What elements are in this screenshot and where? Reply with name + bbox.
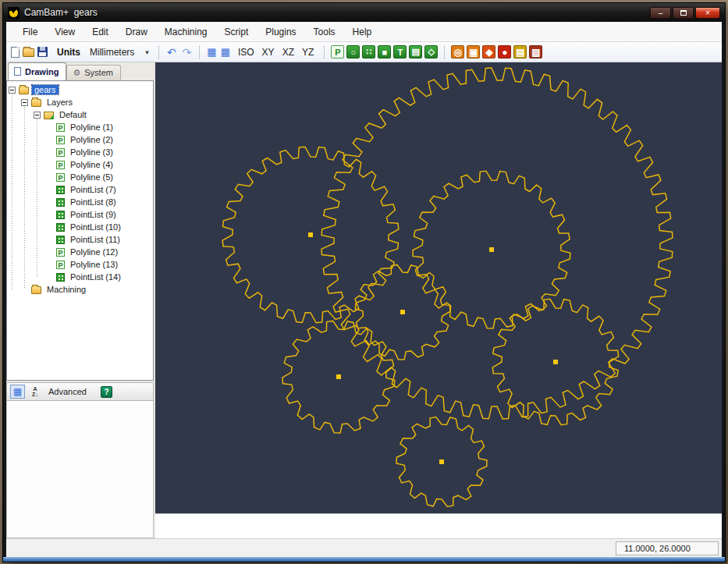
window-controls: – × (650, 7, 720, 19)
tree-row[interactable]: Layers (7, 96, 153, 108)
tree-item-label[interactable]: gears (32, 85, 59, 94)
help-button[interactable]: ? (101, 386, 112, 398)
menu-item-draw[interactable]: Draw (117, 23, 156, 41)
menu-item-view[interactable]: View (46, 23, 83, 41)
tree-item-label[interactable]: Polyline (3) (68, 147, 115, 157)
status-bar: 11.0000, 26.0000 (6, 538, 722, 557)
gear-center-point[interactable] (553, 360, 558, 364)
tree-row[interactable]: PointList (10) (7, 221, 153, 233)
tree-row[interactable]: PointList (7) (7, 183, 153, 196)
pointlist-tool-icon[interactable]: ∷ (362, 45, 375, 59)
draw-tool-group: P○∷■T▤◇ (331, 45, 438, 59)
grid-snap-icon[interactable]: ▦ (206, 46, 217, 58)
drill-op-icon[interactable]: ● (498, 45, 511, 59)
view-button-xz[interactable]: XZ (279, 44, 298, 60)
tree-item-label[interactable]: PointList (11) (68, 235, 123, 244)
tree-collapse-icon[interactable] (9, 87, 16, 94)
tree-row[interactable]: Polyline (12) (7, 246, 153, 258)
tree-row[interactable]: PointList (8) (7, 196, 153, 208)
tree-row[interactable]: Polyline (1) (7, 121, 153, 133)
open-file-icon[interactable] (23, 48, 34, 57)
tab-drawing[interactable]: Drawing (8, 62, 66, 80)
menu-item-machining[interactable]: Machining (156, 23, 216, 41)
menu-item-file[interactable]: File (14, 23, 46, 41)
rect-tool-icon[interactable]: ■ (378, 45, 391, 59)
menu-item-help[interactable]: Help (344, 23, 381, 41)
window-bottom-edge (3, 557, 725, 562)
lathe-op-icon[interactable]: ▤ (513, 45, 527, 59)
tab-system[interactable]: ⚙ System (66, 65, 121, 80)
gear-center-point[interactable] (439, 459, 444, 464)
view-button-group: ISOXYXZYZ (234, 44, 318, 60)
pointlist-icon (56, 223, 65, 232)
gear-center-point[interactable] (336, 374, 341, 379)
engrave-op-icon[interactable]: ◆ (482, 45, 495, 59)
tree-row[interactable]: gears (7, 83, 153, 96)
new-file-icon[interactable] (11, 47, 20, 58)
categorized-view-icon[interactable]: ▦ (10, 385, 25, 399)
tree-item-label[interactable]: Polyline (1) (68, 122, 115, 132)
gear-center-point[interactable] (489, 247, 494, 252)
gear-center-point[interactable] (400, 310, 405, 314)
undo-button[interactable]: ↶ (165, 46, 178, 59)
tree-item-label[interactable]: Polyline (4) (68, 160, 115, 169)
advanced-button[interactable]: Advanced (48, 387, 87, 396)
tree-collapse-icon[interactable] (34, 112, 41, 119)
tree-row[interactable]: PointList (11) (7, 233, 153, 246)
menu-item-script[interactable]: Script (216, 23, 257, 41)
tree-row[interactable]: Polyline (5) (7, 171, 153, 183)
profile-op-icon[interactable]: ◎ (451, 45, 464, 59)
tree-item-label[interactable]: Machining (44, 285, 88, 294)
text-tool-icon[interactable]: T (393, 45, 407, 59)
tree-collapse-icon[interactable] (21, 99, 28, 106)
circle-tool-icon[interactable]: ○ (346, 45, 360, 59)
drawing-canvas[interactable] (155, 62, 722, 513)
tree-item-label[interactable]: Polyline (2) (68, 135, 115, 144)
menu-item-plugins[interactable]: Plugins (257, 23, 304, 41)
tree-item-label[interactable]: PointList (9) (68, 210, 119, 219)
pocket-op-icon[interactable]: ▣ (467, 45, 480, 59)
view-button-yz[interactable]: YZ (298, 44, 318, 60)
tree-item-label[interactable]: PointList (10) (68, 222, 123, 232)
tree-row[interactable]: PointList (9) (7, 208, 153, 221)
view-button-xy[interactable]: XY (258, 44, 279, 60)
tree-item-label[interactable]: Polyline (5) (68, 172, 115, 182)
surface-tool-icon[interactable]: ▤ (409, 45, 422, 59)
units-dropdown[interactable]: Millimeters ▾ (87, 45, 152, 59)
close-button[interactable]: × (695, 7, 720, 19)
tree-row[interactable]: Polyline (3) (7, 146, 153, 158)
polygon-tool-icon[interactable]: ◇ (424, 45, 438, 59)
gear-outline[interactable] (321, 68, 673, 419)
tree-item-label[interactable]: PointList (14) (68, 272, 123, 282)
grid-display-icon[interactable]: ▦ (220, 46, 231, 58)
tree-row[interactable]: Polyline (2) (7, 133, 153, 146)
menu-item-edit[interactable]: Edit (83, 23, 117, 41)
alphabetical-sort-icon[interactable]: A Z↓ (28, 385, 42, 399)
tree-row[interactable]: Machining (7, 283, 153, 296)
script-op-icon[interactable]: ▨ (529, 45, 542, 59)
tree-row[interactable]: Default (7, 108, 153, 121)
minimize-button[interactable]: – (650, 7, 671, 19)
tree-row[interactable]: Polyline (13) (7, 258, 153, 271)
window-title: CamBam+ gears (24, 7, 98, 18)
view-button-iso[interactable]: ISO (234, 44, 258, 60)
tree-item-label[interactable]: Polyline (13) (68, 260, 120, 269)
polyline-tool-icon[interactable]: P (331, 45, 344, 59)
tree-item-label[interactable]: Default (57, 110, 89, 119)
menu-item-tools[interactable]: Tools (305, 23, 344, 41)
save-file-icon[interactable] (37, 47, 48, 57)
tree-row[interactable]: PointList (14) (7, 271, 153, 283)
maximize-button[interactable] (673, 7, 694, 19)
grid-icon-group: ▦▦ (206, 46, 231, 58)
tree-item-label[interactable]: Polyline (12) (68, 247, 120, 257)
tree-item-label[interactable]: PointList (8) (68, 197, 119, 207)
tree-item-label[interactable]: Layers (44, 98, 75, 107)
toolbar-separator (199, 45, 200, 59)
drawing-tree[interactable]: gearsLayersDefaultPolyline (1)Polyline (… (6, 80, 154, 381)
titlebar[interactable]: CamBam+ gears – × (3, 3, 725, 22)
tree-row[interactable]: Polyline (4) (7, 158, 153, 171)
redo-button[interactable]: ↷ (181, 46, 194, 59)
gear-center-point[interactable] (308, 232, 313, 237)
tree-item-label[interactable]: PointList (7) (68, 185, 119, 194)
gears-drawing[interactable] (155, 62, 722, 513)
